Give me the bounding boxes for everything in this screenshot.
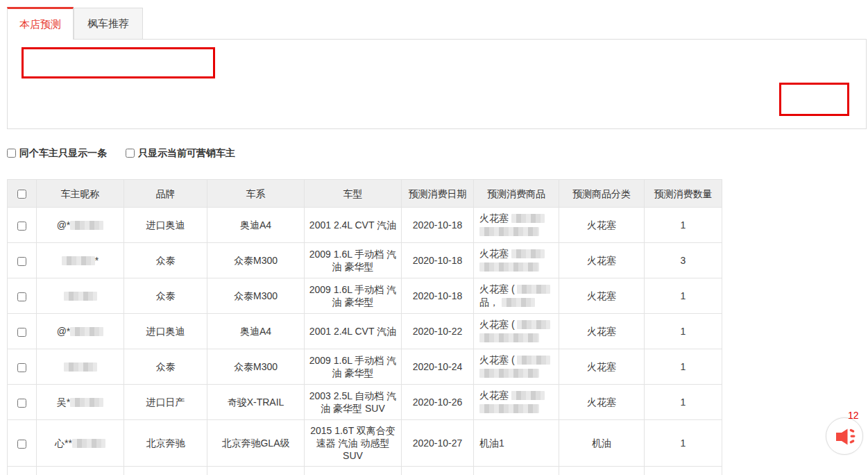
table-row: @* 进口奥迪 奥迪A4 2001 2.4L CVT 汽油 2020-10-18…: [8, 208, 722, 243]
column-header: 车型: [305, 180, 402, 208]
model-cell: 2001 2.4L CVT 汽油: [305, 208, 402, 243]
prediction-table: 车主昵称品牌车系车型预测消费日期预测消费商品预测商品分类预测消费数量 @* 进口…: [7, 179, 722, 475]
model-cell: 2009 1.6L 手动档 汽油 豪华型: [305, 278, 402, 314]
privacy-mask: [517, 320, 550, 329]
predicted-date-cell: 2020-10-18: [402, 278, 474, 314]
predicted-category-cell: 火花塞: [559, 278, 645, 314]
privacy-mask: [70, 221, 103, 230]
series-cell: 众泰M300: [207, 243, 305, 278]
privacy-mask: [511, 249, 545, 258]
brand-cell: 进口日产: [124, 385, 207, 420]
privacy-mask: [64, 362, 97, 372]
model-cell: 2015 1.6T 双离合变速器 汽油 动感型 SUV: [305, 420, 402, 467]
model-cell: 2001 2.4L CVT 汽油: [305, 314, 402, 349]
table-row: @* 进口奥迪 奥迪A4 2001 2.4L CVT 汽油 2020-10-22…: [8, 314, 722, 349]
predicted-date-cell: 2020-10-24: [402, 349, 474, 385]
privacy-mask: [479, 262, 539, 272]
row-checkbox[interactable]: [17, 363, 26, 372]
column-header: 预测消费日期: [402, 180, 474, 208]
row-checkbox-cell: [8, 208, 37, 243]
only-marketable-checkbox[interactable]: [126, 149, 135, 158]
series-cell: [207, 467, 305, 475]
privacy-mask: [479, 404, 539, 413]
predicted-category-cell: [559, 467, 645, 475]
row-checkbox-cell: [8, 243, 37, 278]
product-line: 火花塞 (: [479, 283, 556, 296]
predicted-date-cell: 2020-10-18: [402, 243, 474, 278]
row-checkbox[interactable]: [17, 222, 26, 231]
brand-cell: 进口奥迪: [124, 208, 207, 243]
row-checkbox[interactable]: [17, 440, 26, 449]
predicted-qty-cell: 1: [645, 420, 722, 467]
table-row: 心** 北京奔驰 北京奔驰GLA级 2015 1.6T 双离合变速器 汽油 动感…: [8, 420, 722, 467]
row-checkbox-cell: [8, 314, 37, 349]
model-cell: 2009 1.6L 手动档 汽油 豪华型: [305, 349, 402, 385]
megaphone-icon: [833, 424, 856, 448]
row-checkbox[interactable]: [17, 328, 26, 337]
predicted-product-cell: 机油1: [474, 420, 559, 467]
row-checkbox-cell: [8, 467, 37, 475]
privacy-mask: [479, 369, 539, 378]
only-marketable-label: 只显示当前可营销车主: [138, 147, 235, 160]
privacy-mask: [502, 298, 535, 307]
predicted-qty-cell: 1: [645, 349, 722, 385]
series-cell: 北京奔驰GLA级: [207, 420, 305, 467]
series-cell: 奥迪A4: [207, 208, 305, 243]
owner-nickname-cell: [37, 349, 124, 385]
predicted-product-cell: 火花塞: [474, 208, 559, 243]
brand-cell: 众泰: [124, 349, 207, 385]
row-checkbox-cell: [8, 385, 37, 420]
privacy-mask: [70, 398, 103, 407]
tab-shop-prediction[interactable]: 本店预测: [7, 7, 74, 40]
owner-nickname-cell: [37, 467, 124, 475]
column-header: 预测商品分类: [559, 180, 645, 208]
table-row: 吴* 进口日产 奇骏X-TRAIL 2003 2.5L 自动档 汽油 豪华型 S…: [8, 385, 722, 420]
select-all-rows-checkbox[interactable]: [17, 190, 26, 199]
owner-nickname-cell: [37, 278, 124, 314]
row-checkbox-cell: [8, 420, 37, 467]
product-line: 火花塞 (: [479, 318, 556, 331]
predicted-category-cell: 火花塞: [559, 314, 645, 349]
predicted-qty-cell: 1: [645, 314, 722, 349]
predicted-category-cell: 火花塞: [559, 385, 645, 420]
owner-nickname-cell: @*: [37, 208, 124, 243]
notification-count-badge: 12: [848, 410, 859, 421]
column-header: 车主昵称: [37, 180, 124, 208]
header-checkbox-cell: [8, 180, 37, 208]
model-cell: [305, 467, 402, 475]
brand-cell: 进口奥迪: [124, 314, 207, 349]
privacy-mask: [479, 333, 539, 342]
product-line: [479, 402, 556, 415]
brand-cell: [124, 467, 207, 475]
table-row: 众泰 众泰M300 2009 1.6L 手动档 汽油 豪华型 2020-10-1…: [8, 278, 722, 314]
product-line: 火花塞: [479, 247, 556, 260]
predicted-product-cell: 火花塞: [474, 385, 559, 420]
predicted-product-cell: 火花塞 (: [474, 349, 559, 385]
predicted-date-cell: 2020-10-26: [402, 385, 474, 420]
product-line: 火花塞 (: [479, 353, 556, 367]
privacy-mask: [511, 214, 545, 223]
dedupe-owner-label: 同个车主只显示一条: [19, 147, 107, 160]
row-checkbox[interactable]: [17, 257, 26, 266]
row-checkbox[interactable]: [17, 399, 26, 408]
column-header: 车系: [207, 180, 305, 208]
product-line: 火花塞: [479, 389, 556, 402]
table-header-row: 车主昵称品牌车系车型预测消费日期预测消费商品预测商品分类预测消费数量: [8, 180, 722, 208]
row-checkbox[interactable]: [17, 292, 26, 301]
series-cell: 奥迪A4: [207, 314, 305, 349]
dedupe-owner-checkbox[interactable]: [7, 149, 16, 158]
brand-cell: 众泰: [124, 243, 207, 278]
predicted-category-cell: 火花塞: [559, 349, 645, 385]
tab-fengche-recommend[interactable]: 枫车推荐: [74, 8, 143, 40]
predicted-category-cell: 火花塞: [559, 208, 645, 243]
privacy-mask: [62, 256, 95, 265]
megaphone-notification-button[interactable]: [826, 417, 863, 455]
brand-cell: 北京奔驰: [124, 420, 207, 467]
product-line: [479, 260, 556, 274]
owner-nickname-cell: @*: [37, 314, 124, 349]
predicted-product-cell: [474, 467, 559, 475]
privacy-mask: [517, 285, 550, 294]
brand-cell: 众泰: [124, 278, 207, 314]
product-line: [479, 367, 556, 380]
product-line: 机油1: [479, 437, 556, 450]
